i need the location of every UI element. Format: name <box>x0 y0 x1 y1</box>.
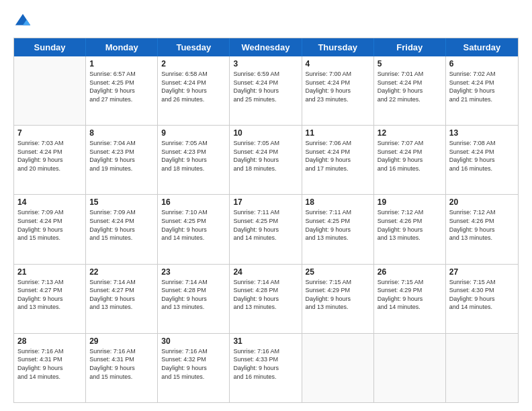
day-info: Sunrise: 7:02 AM Sunset: 4:24 PM Dayligh… <box>449 70 515 103</box>
day-info: Sunrise: 7:13 AM Sunset: 4:27 PM Dayligh… <box>17 278 82 312</box>
weekday-thursday: Thursday <box>302 38 374 56</box>
calendar-row-3: 14Sunrise: 7:09 AM Sunset: 4:24 PM Dayli… <box>14 194 518 263</box>
day-info: Sunrise: 7:15 AM Sunset: 4:29 PM Dayligh… <box>306 278 370 312</box>
day-info: Sunrise: 7:16 AM Sunset: 4:31 PM Dayligh… <box>89 347 154 381</box>
day-number: 3 <box>233 59 298 68</box>
day-cell-24: 24Sunrise: 7:14 AM Sunset: 4:28 PM Dayli… <box>230 265 302 333</box>
day-info: Sunrise: 7:14 AM Sunset: 4:28 PM Dayligh… <box>233 278 298 312</box>
day-number: 18 <box>306 197 370 207</box>
day-cell-16: 16Sunrise: 7:10 AM Sunset: 4:25 PM Dayli… <box>158 195 230 263</box>
day-cell-28: 28Sunrise: 7:16 AM Sunset: 4:31 PM Dayli… <box>14 334 86 402</box>
day-number: 13 <box>449 128 515 138</box>
day-info: Sunrise: 7:10 AM Sunset: 4:25 PM Dayligh… <box>161 208 226 242</box>
day-cell-17: 17Sunrise: 7:11 AM Sunset: 4:25 PM Dayli… <box>230 195 302 263</box>
day-info: Sunrise: 7:16 AM Sunset: 4:33 PM Dayligh… <box>233 347 298 381</box>
day-cell-13: 13Sunrise: 7:08 AM Sunset: 4:24 PM Dayli… <box>446 126 518 194</box>
day-number: 22 <box>89 267 154 277</box>
day-number: 16 <box>161 197 226 207</box>
day-number: 17 <box>233 197 298 207</box>
day-info: Sunrise: 7:14 AM Sunset: 4:27 PM Dayligh… <box>89 278 154 312</box>
day-cell-1: 1Sunrise: 6:57 AM Sunset: 4:25 PM Daylig… <box>86 56 158 125</box>
day-number: 25 <box>306 267 370 277</box>
calendar-row-2: 7Sunrise: 7:03 AM Sunset: 4:24 PM Daylig… <box>14 125 518 194</box>
day-cell-8: 8Sunrise: 7:04 AM Sunset: 4:23 PM Daylig… <box>86 126 158 194</box>
empty-cell <box>14 56 86 125</box>
day-info: Sunrise: 7:08 AM Sunset: 4:24 PM Dayligh… <box>449 139 515 173</box>
day-info: Sunrise: 7:00 AM Sunset: 4:24 PM Dayligh… <box>306 70 370 103</box>
calendar-row-1: 1Sunrise: 6:57 AM Sunset: 4:25 PM Daylig… <box>14 56 518 125</box>
day-number: 11 <box>306 128 370 138</box>
day-cell-14: 14Sunrise: 7:09 AM Sunset: 4:24 PM Dayli… <box>14 195 86 263</box>
day-number: 6 <box>449 59 515 68</box>
calendar-row-5: 28Sunrise: 7:16 AM Sunset: 4:31 PM Dayli… <box>14 333 518 402</box>
day-cell-15: 15Sunrise: 7:09 AM Sunset: 4:24 PM Dayli… <box>86 195 158 263</box>
day-info: Sunrise: 7:03 AM Sunset: 4:24 PM Dayligh… <box>17 139 82 173</box>
day-cell-3: 3Sunrise: 6:59 AM Sunset: 4:24 PM Daylig… <box>230 56 302 125</box>
day-number: 29 <box>89 336 154 346</box>
weekday-sunday: Sunday <box>14 38 86 56</box>
weekday-tuesday: Tuesday <box>158 38 230 56</box>
day-number: 30 <box>161 336 226 346</box>
day-cell-5: 5Sunrise: 7:01 AM Sunset: 4:24 PM Daylig… <box>374 56 446 125</box>
day-info: Sunrise: 7:16 AM Sunset: 4:31 PM Dayligh… <box>17 347 82 381</box>
day-number: 14 <box>17 197 82 207</box>
day-cell-26: 26Sunrise: 7:15 AM Sunset: 4:29 PM Dayli… <box>374 265 446 333</box>
day-number: 15 <box>89 197 154 207</box>
day-cell-11: 11Sunrise: 7:06 AM Sunset: 4:24 PM Dayli… <box>302 126 374 194</box>
day-info: Sunrise: 7:16 AM Sunset: 4:32 PM Dayligh… <box>161 347 226 381</box>
day-cell-22: 22Sunrise: 7:14 AM Sunset: 4:27 PM Dayli… <box>86 265 158 333</box>
logo <box>13 12 35 31</box>
day-number: 2 <box>161 59 226 68</box>
day-cell-18: 18Sunrise: 7:11 AM Sunset: 4:25 PM Dayli… <box>302 195 374 263</box>
day-info: Sunrise: 7:09 AM Sunset: 4:24 PM Dayligh… <box>89 208 154 242</box>
logo-icon <box>13 12 32 31</box>
calendar-body: 1Sunrise: 6:57 AM Sunset: 4:25 PM Daylig… <box>14 56 518 402</box>
day-cell-10: 10Sunrise: 7:05 AM Sunset: 4:24 PM Dayli… <box>230 126 302 194</box>
day-number: 23 <box>161 267 226 277</box>
day-info: Sunrise: 7:05 AM Sunset: 4:24 PM Dayligh… <box>233 139 298 173</box>
day-cell-27: 27Sunrise: 7:15 AM Sunset: 4:30 PM Dayli… <box>446 265 518 333</box>
day-number: 12 <box>378 128 442 138</box>
day-number: 8 <box>89 128 154 138</box>
calendar-header: SundayMondayTuesdayWednesdayThursdayFrid… <box>14 38 518 56</box>
day-cell-20: 20Sunrise: 7:12 AM Sunset: 4:26 PM Dayli… <box>446 195 518 263</box>
day-info: Sunrise: 7:07 AM Sunset: 4:24 PM Dayligh… <box>378 139 442 173</box>
day-info: Sunrise: 7:06 AM Sunset: 4:24 PM Dayligh… <box>306 139 370 173</box>
day-number: 20 <box>449 197 515 207</box>
day-cell-4: 4Sunrise: 7:00 AM Sunset: 4:24 PM Daylig… <box>302 56 374 125</box>
day-cell-2: 2Sunrise: 6:58 AM Sunset: 4:24 PM Daylig… <box>158 56 230 125</box>
day-info: Sunrise: 6:59 AM Sunset: 4:24 PM Dayligh… <box>233 70 298 103</box>
weekday-wednesday: Wednesday <box>230 38 302 56</box>
day-cell-30: 30Sunrise: 7:16 AM Sunset: 4:32 PM Dayli… <box>158 334 230 402</box>
day-number: 4 <box>306 59 370 68</box>
day-number: 21 <box>17 267 82 277</box>
day-info: Sunrise: 7:05 AM Sunset: 4:23 PM Dayligh… <box>161 139 226 173</box>
empty-cell <box>374 334 446 402</box>
day-number: 19 <box>378 197 442 207</box>
day-cell-29: 29Sunrise: 7:16 AM Sunset: 4:31 PM Dayli… <box>86 334 158 402</box>
day-number: 26 <box>378 267 442 277</box>
calendar: SundayMondayTuesdayWednesdayThursdayFrid… <box>13 38 519 403</box>
day-cell-31: 31Sunrise: 7:16 AM Sunset: 4:33 PM Dayli… <box>230 334 302 402</box>
day-info: Sunrise: 7:14 AM Sunset: 4:28 PM Dayligh… <box>161 278 226 312</box>
day-info: Sunrise: 7:15 AM Sunset: 4:29 PM Dayligh… <box>378 278 442 312</box>
day-number: 9 <box>161 128 226 138</box>
day-cell-25: 25Sunrise: 7:15 AM Sunset: 4:29 PM Dayli… <box>302 265 374 333</box>
day-cell-12: 12Sunrise: 7:07 AM Sunset: 4:24 PM Dayli… <box>374 126 446 194</box>
weekday-saturday: Saturday <box>446 38 518 56</box>
day-cell-23: 23Sunrise: 7:14 AM Sunset: 4:28 PM Dayli… <box>158 265 230 333</box>
day-info: Sunrise: 7:15 AM Sunset: 4:30 PM Dayligh… <box>449 278 515 312</box>
day-info: Sunrise: 7:01 AM Sunset: 4:24 PM Dayligh… <box>378 70 442 103</box>
day-info: Sunrise: 6:57 AM Sunset: 4:25 PM Dayligh… <box>89 70 154 103</box>
calendar-row-4: 21Sunrise: 7:13 AM Sunset: 4:27 PM Dayli… <box>14 264 518 333</box>
weekday-monday: Monday <box>86 38 158 56</box>
day-info: Sunrise: 7:12 AM Sunset: 4:26 PM Dayligh… <box>449 208 515 242</box>
day-info: Sunrise: 7:12 AM Sunset: 4:26 PM Dayligh… <box>378 208 442 242</box>
day-cell-21: 21Sunrise: 7:13 AM Sunset: 4:27 PM Dayli… <box>14 265 86 333</box>
day-info: Sunrise: 6:58 AM Sunset: 4:24 PM Dayligh… <box>161 70 226 103</box>
page: SundayMondayTuesdayWednesdayThursdayFrid… <box>0 0 532 411</box>
day-number: 28 <box>17 336 82 346</box>
header <box>13 12 519 31</box>
weekday-friday: Friday <box>374 38 446 56</box>
day-number: 31 <box>233 336 298 346</box>
